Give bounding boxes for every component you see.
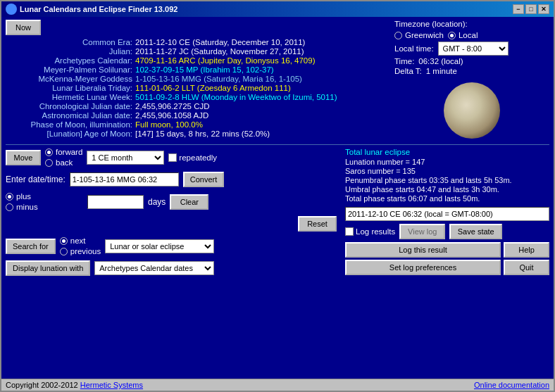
delta-t-value: 1 minute — [426, 67, 457, 75]
hermetic-label: Hermetic Lunar Week: — [6, 93, 132, 101]
view-log-button[interactable]: View log — [399, 224, 445, 239]
search-row: Search for next previous Lunar or solar … — [6, 236, 338, 255]
forward-label: forward — [56, 148, 82, 156]
divider-1 — [6, 144, 549, 145]
chrono-julian-row: Chronological Julian date: 2,455,906.272… — [6, 102, 387, 110]
days-input[interactable] — [87, 195, 144, 209]
plus-minus-radios: plus minus — [6, 192, 83, 211]
move-row: Move forward back 1 CE month 1 CE — [6, 148, 338, 167]
greenwich-label: Greenwich — [405, 31, 444, 39]
minus-label: minus — [16, 203, 38, 211]
display-select[interactable]: Archetypes Calendar dates Julian Calenda… — [94, 261, 214, 275]
next-label: next — [70, 236, 86, 245]
forward-radio-item[interactable]: forward — [45, 148, 82, 156]
eclipse-saros: Saros number = 135 — [345, 167, 549, 175]
move-button[interactable]: Move — [6, 150, 41, 165]
direction-radios: forward back — [45, 148, 82, 167]
days-label: days — [148, 197, 166, 207]
time-label: Time: — [394, 57, 414, 65]
date-entry-row: Enter date/time: Convert — [6, 172, 338, 187]
previous-radio-item[interactable]: previous — [60, 247, 101, 255]
quit-button[interactable]: Quit — [504, 260, 549, 275]
log-this-result-button[interactable]: Log this result — [345, 242, 501, 258]
common-era-label: Common Era: — [6, 38, 132, 46]
result-input[interactable] — [345, 207, 549, 221]
maximize-button[interactable]: □ — [525, 4, 537, 14]
plus-radio[interactable] — [6, 193, 13, 201]
greenwich-radio-group[interactable]: Greenwich — [394, 31, 444, 39]
julian-row: Julian: 2011-11-27 JC (Saturday, Novembe… — [6, 47, 387, 56]
local-radio-group[interactable]: Local — [448, 31, 478, 39]
date-label: Enter date/time: — [6, 175, 66, 184]
action-buttons: Log this result Help — [345, 242, 549, 258]
window-title: Lunar Calendars and Eclipse Finder 13.09… — [20, 5, 177, 13]
eclipse-lunation: Lunation number = 147 — [345, 158, 549, 166]
timezone-select[interactable]: GMT - 8:00 — [438, 42, 509, 56]
astro-julian-row: Astronomical Julian date: 2,455,906.1058… — [6, 111, 387, 120]
greenwich-radio[interactable] — [394, 32, 402, 39]
back-label: back — [56, 158, 73, 167]
date-input[interactable] — [70, 172, 179, 186]
local-radio[interactable] — [448, 32, 456, 39]
main-window: Lunar Calendars and Eclipse Finder 13.09… — [0, 0, 555, 392]
next-radio[interactable] — [60, 237, 68, 245]
minimize-button[interactable]: − — [513, 4, 524, 14]
plus-radio-item[interactable]: plus — [6, 192, 83, 201]
display-button[interactable]: Display lunation with — [6, 260, 90, 276]
log-results-checkbox[interactable] — [345, 227, 354, 236]
meyer-row: Meyer-Palmen Solilunar: 102-37-09-15 MP … — [6, 65, 387, 74]
hermetic-value: 5011-09-2-8 HLW (Moonday in Weektwo of I… — [135, 93, 337, 101]
archetypes-label: Archetypes Calendar: — [6, 56, 132, 65]
status-bar: Copyright 2002-2012 Hermetic Systems Onl… — [1, 379, 554, 391]
minus-radio[interactable] — [6, 203, 13, 211]
info-panel: Now Common Era: 2011-12-10 CE (Saturday,… — [6, 20, 387, 139]
lunation-value: [147] 15 days, 8 hrs, 22 mins (52.0%) — [135, 129, 270, 138]
plus-label: plus — [16, 192, 31, 201]
local-label: Local — [459, 31, 478, 39]
hermetic-link[interactable]: Hermetic Systems — [80, 381, 143, 389]
search-for-button[interactable]: Search for — [6, 239, 56, 254]
left-controls: Move forward back 1 CE month 1 CE — [6, 148, 338, 376]
month-select[interactable]: 1 CE month 1 CE year 1 CE day 1 week 1 h… — [87, 151, 164, 165]
title-bar-left: Lunar Calendars and Eclipse Finder 13.09… — [6, 4, 177, 15]
status-copyright: Copyright 2002-2012 Hermetic Systems — [6, 381, 143, 389]
reset-row: Reset — [6, 216, 338, 232]
back-radio-item[interactable]: back — [45, 158, 82, 167]
next-radio-item[interactable]: next — [60, 236, 101, 245]
log-results-group: Log results — [345, 227, 395, 236]
minus-radio-item[interactable]: minus — [6, 203, 83, 211]
help-button[interactable]: Help — [504, 242, 549, 258]
eclipse-umbral: Umbral phase starts 04:47 and lasts 3h 3… — [345, 185, 549, 194]
online-doc-link[interactable]: Online documentation — [474, 381, 549, 389]
local-time-label: Local time: — [394, 44, 434, 53]
set-log-preferences-button[interactable]: Set log preferences — [345, 260, 501, 275]
moon-image — [444, 82, 500, 139]
time-value: 06:32 (local) — [418, 57, 463, 65]
local-time-row: Local time: GMT - 8:00 — [394, 42, 549, 56]
now-button[interactable]: Now — [6, 20, 41, 35]
back-radio[interactable] — [45, 159, 53, 167]
eclipse-total: Total phase starts 06:07 and lasts 50m. — [345, 194, 549, 203]
forward-radio[interactable] — [45, 148, 53, 156]
meyer-label: Meyer-Palmen Solilunar: — [6, 65, 132, 74]
save-state-button[interactable]: Save state — [449, 224, 502, 239]
previous-radio[interactable] — [60, 248, 68, 255]
mckenna-value: 1-105-13-16 MMG (Saturday, Maria 16, 1-1… — [135, 75, 302, 83]
eclipse-type-select[interactable]: Lunar or solar eclipse Lunar eclipse Sol… — [105, 239, 214, 253]
repeatedly-checkbox[interactable] — [168, 153, 177, 162]
main-content: Now Common Era: 2011-12-10 CE (Saturday,… — [1, 17, 554, 379]
timezone-radio-row: Greenwich Local — [394, 31, 549, 39]
eclipse-info: Total lunar eclipse Lunation number = 14… — [345, 148, 549, 376]
meyer-value: 102-37-09-15 MP (Ibrahim 15, 102-37) — [135, 65, 274, 74]
common-era-row: Common Era: 2011-12-10 CE (Saturday, Dec… — [6, 38, 387, 46]
hermetic-row: Hermetic Lunar Week: 5011-09-2-8 HLW (Mo… — [6, 93, 387, 101]
repeatedly-label: repeatedly — [179, 153, 217, 162]
window-controls: − □ ✕ — [513, 4, 549, 14]
convert-button[interactable]: Convert — [183, 172, 225, 187]
close-button[interactable]: ✕ — [538, 4, 549, 14]
app-icon — [6, 4, 17, 15]
search-radios: next previous — [60, 236, 101, 255]
clear-button[interactable]: Clear — [170, 194, 208, 210]
bottom-section: Move forward back 1 CE month 1 CE — [6, 148, 549, 376]
reset-button[interactable]: Reset — [298, 216, 337, 232]
